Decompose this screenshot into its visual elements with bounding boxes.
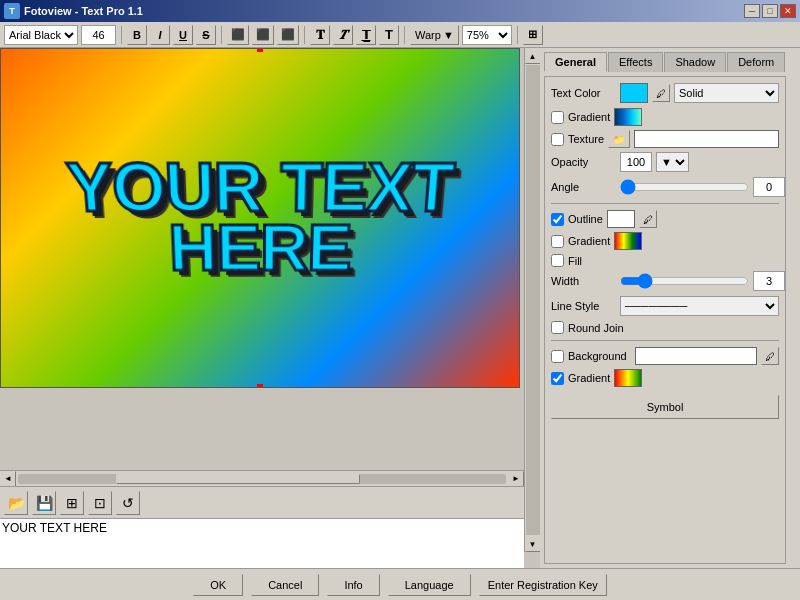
opacity-row: Opacity ▼	[551, 152, 779, 172]
texture-preview	[634, 130, 779, 148]
bg-gradient-preview[interactable]	[614, 369, 642, 387]
tab-deform[interactable]: Deform	[727, 52, 785, 72]
text-style-btn3[interactable]: T̲	[356, 25, 376, 45]
preview-text: YOUR TEXT HERE	[2, 521, 107, 535]
zoom-fit-button[interactable]: ⊡	[88, 491, 112, 515]
background-color-box[interactable]	[635, 347, 757, 365]
angle-label: Angle	[551, 181, 616, 193]
save-button[interactable]: 💾	[32, 491, 56, 515]
background-label: Background	[568, 350, 627, 362]
ok-button[interactable]: OK	[193, 574, 243, 596]
text-style-btn2[interactable]: 𝑻	[333, 25, 353, 45]
outline-gradient-row: Gradient	[551, 232, 779, 250]
background-eyedropper[interactable]: 🖊	[761, 347, 779, 365]
canvas-wrapper: YOUR TEXT HERE	[0, 48, 524, 470]
outline-color-box[interactable]	[607, 210, 635, 228]
line-style-select[interactable]: ──────── - - - - - ·····	[620, 296, 779, 316]
width-input[interactable]	[753, 271, 785, 291]
zoom-select[interactable]: 75%	[462, 25, 512, 45]
font-family-select[interactable]: Arial Black	[4, 25, 78, 45]
italic-button[interactable]: I	[150, 25, 170, 45]
text-style-btn4[interactable]: T	[379, 25, 399, 45]
separator-1	[551, 203, 779, 204]
scroll-up-button[interactable]: ▲	[525, 48, 541, 64]
app-icon: T	[4, 3, 20, 19]
background-checkbox[interactable]	[551, 350, 564, 363]
right-panel: General Effects Shadow Deform Text Color…	[540, 48, 790, 568]
cancel-button[interactable]: Cancel	[251, 574, 319, 596]
tab-general[interactable]: General	[544, 52, 607, 72]
texture-label: Texture	[568, 133, 604, 145]
width-slider[interactable]	[620, 274, 749, 288]
warp-arrow-icon: ▼	[443, 29, 454, 41]
open-folder-button[interactable]: 📂	[4, 491, 28, 515]
symbol-button[interactable]: Symbol	[551, 395, 779, 419]
angle-slider[interactable]	[620, 180, 749, 194]
strikethrough-button[interactable]: S	[196, 25, 216, 45]
bold-button[interactable]: B	[127, 25, 147, 45]
tab-shadow[interactable]: Shadow	[664, 52, 726, 72]
text-style-btn1[interactable]: 𝐓	[310, 25, 330, 45]
h-scroll-thumb[interactable]	[116, 474, 360, 484]
opacity-select[interactable]: ▼	[656, 152, 689, 172]
underline-button[interactable]: U	[173, 25, 193, 45]
minimize-button[interactable]: ─	[744, 4, 760, 18]
language-button[interactable]: Language	[388, 574, 471, 596]
bg-gradient-label: Gradient	[568, 372, 610, 384]
info-button[interactable]: Info	[327, 574, 379, 596]
align-center-button[interactable]: ⬛	[252, 25, 274, 45]
horizontal-scrollbar[interactable]: ◄ ►	[0, 470, 524, 486]
fit-button[interactable]: ⊞	[60, 491, 84, 515]
text-color-box[interactable]	[620, 83, 648, 103]
text-preview[interactable]: YOUR TEXT HERE	[0, 518, 524, 568]
font-size-input[interactable]	[81, 25, 116, 45]
warp-container: YOUR TEXT HERE	[1, 49, 519, 387]
angle-input[interactable]	[753, 177, 785, 197]
opacity-input[interactable]	[620, 152, 652, 172]
outline-gradient-preview[interactable]	[614, 232, 642, 250]
toolbar-sep-5	[517, 26, 518, 44]
warp-dropdown[interactable]: Warp ▼	[410, 25, 459, 45]
text-color-type-select[interactable]: Solid	[674, 83, 779, 103]
gradient-checkbox[interactable]	[551, 111, 564, 124]
align-right-button[interactable]: ⬛	[277, 25, 299, 45]
texture-checkbox[interactable]	[551, 133, 564, 146]
fill-checkbox[interactable]	[551, 254, 564, 267]
scroll-track-v	[526, 65, 540, 535]
outline-gradient-label: Gradient	[568, 235, 610, 247]
warp-label: Warp	[415, 29, 441, 41]
icon-toolbar: 📂 💾 ⊞ ⊡ ↺	[0, 486, 524, 518]
vertical-scrollbar[interactable]: ▲ ▼	[524, 48, 540, 552]
canvas[interactable]: YOUR TEXT HERE	[0, 48, 520, 388]
gradient-preview[interactable]	[614, 108, 642, 126]
gradient-row: Gradient	[551, 108, 779, 126]
h-scroll-track	[18, 474, 506, 484]
scroll-left-button[interactable]: ◄	[0, 471, 16, 487]
outline-gradient-checkbox[interactable]	[551, 235, 564, 248]
outline-eyedropper[interactable]: 🖊	[639, 210, 657, 228]
round-join-checkbox[interactable]	[551, 321, 564, 334]
refresh-button[interactable]: ↺	[116, 491, 140, 515]
general-tab-content: Text Color 🖊 Solid Gradient Texture 📁	[544, 76, 786, 564]
text-color-label: Text Color	[551, 87, 616, 99]
bg-gradient-checkbox[interactable]	[551, 372, 564, 385]
maximize-button[interactable]: □	[762, 4, 778, 18]
close-button[interactable]: ✕	[780, 4, 796, 18]
opacity-label: Opacity	[551, 156, 616, 168]
scroll-down-button[interactable]: ▼	[525, 536, 541, 552]
window-controls: ─ □ ✕	[744, 4, 796, 18]
texture-row: Texture 📁	[551, 130, 779, 148]
align-left-button[interactable]: ⬛	[227, 25, 249, 45]
texture-folder-btn[interactable]: 📁	[608, 130, 630, 148]
outline-label: Outline	[568, 213, 603, 225]
tabs: General Effects Shadow Deform	[544, 52, 786, 72]
tab-effects[interactable]: Effects	[608, 52, 663, 72]
fullscreen-button[interactable]: ⊞	[523, 25, 543, 45]
scroll-right-button[interactable]: ►	[508, 471, 524, 487]
toolbar-sep-3	[304, 26, 305, 44]
text-color-eyedropper[interactable]: 🖊	[652, 84, 670, 102]
gradient-label: Gradient	[568, 111, 610, 123]
register-button[interactable]: Enter Registration Key	[479, 574, 607, 596]
bottom-bar: OK Cancel Info Language Enter Registrati…	[0, 568, 800, 600]
outline-checkbox[interactable]	[551, 213, 564, 226]
